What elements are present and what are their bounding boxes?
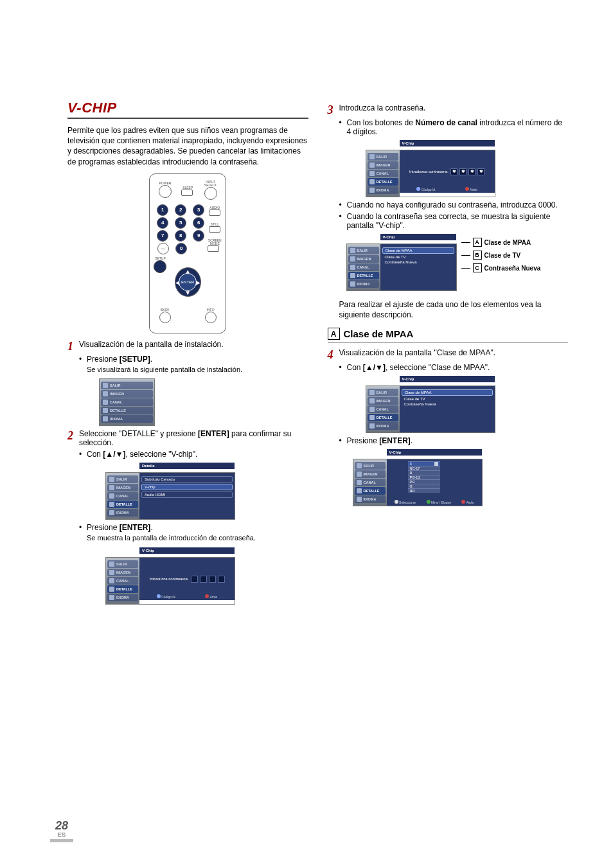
step-2-text: Seleccione "DETALLE" y presione [ENTER] … bbox=[79, 429, 308, 447]
label-audio: AUDIO bbox=[209, 206, 220, 209]
osd-detalle-menu: SALIR IMAGEN CANAL DETALLE IDIOMA Subtít… bbox=[106, 473, 235, 519]
digit-5: 5 bbox=[175, 217, 186, 229]
page: V-CHIP Permite que los padres eviten que… bbox=[0, 0, 613, 868]
digit-4: 4 bbox=[157, 217, 168, 229]
info-button bbox=[205, 312, 217, 323]
setup-button bbox=[154, 260, 166, 273]
step-3-tail: Para realizar el ajuste de cada uno de l… bbox=[339, 299, 569, 320]
input-button bbox=[204, 187, 217, 200]
section-title: V-CHIP bbox=[67, 100, 308, 116]
audio-button bbox=[209, 209, 220, 216]
osd-detalle-title: Detalle bbox=[139, 463, 235, 469]
step-3: 3 Introduzca la contraseña. bbox=[328, 103, 569, 116]
step-4: 4 Visualización de la pantalla "Clase de… bbox=[328, 348, 569, 360]
digit-1: 1 bbox=[157, 204, 168, 216]
step-3-bullet-3: Cuando la contraseña sea correcta, se mu… bbox=[339, 212, 569, 230]
step-number: 4 bbox=[328, 348, 339, 360]
step-1-sub: Se visualizará la siguiente pantalla de … bbox=[87, 365, 308, 374]
section-a-heading: A Clase de MPAA bbox=[328, 328, 569, 340]
pw-box bbox=[200, 576, 207, 583]
step-1-text: Visualización de la pantalla de instalac… bbox=[79, 340, 308, 349]
step-2-sub: Se muestra la pantalla de introducción d… bbox=[87, 533, 308, 542]
screen-mode-button bbox=[208, 245, 219, 252]
step-2: 2 Seleccione "DETALLE" y presione [ENTER… bbox=[67, 429, 308, 447]
remote-body: POWER SLEEP INPUT SELECT 123 456 789 —0 … bbox=[149, 173, 226, 333]
digit-8: 8 bbox=[175, 230, 186, 242]
digit-2: 2 bbox=[175, 204, 186, 216]
label-still: STILL bbox=[209, 223, 220, 226]
osd-opt-audiohdmi: Audio HDMI bbox=[141, 492, 233, 498]
pw-box: ✱ bbox=[450, 168, 458, 175]
pw-box bbox=[218, 576, 225, 583]
right-column: 3 Introduzca la contraseña. Con los boto… bbox=[328, 100, 569, 608]
osd-opt-mpaa: Clase de MPAA bbox=[382, 247, 454, 254]
dpad: ▲ ▼ ◀ ▶ ENTER bbox=[167, 260, 209, 305]
page-number-value: 28 bbox=[50, 819, 73, 833]
step-2-bullet-2: Presione [ENTER]. bbox=[79, 523, 308, 532]
osd-opt-newpw: Contraseña Nueva bbox=[382, 260, 454, 264]
enter-button: ENTER bbox=[179, 273, 197, 291]
step-3-bullet-2: Cuando no haya configurado su contraseña… bbox=[339, 200, 569, 209]
label-box-c: C bbox=[473, 263, 482, 272]
left-column: V-CHIP Permite que los padres eviten que… bbox=[67, 100, 308, 608]
osd-opt-subtitulo: Subtítulo Cerrado bbox=[141, 476, 233, 483]
step-3-bullet-1: Con los botones de Número de canal intro… bbox=[339, 118, 569, 136]
pw-box: ✱ bbox=[459, 168, 466, 175]
section-letter: A bbox=[328, 328, 340, 340]
pw-prompt: Introduzca contrasena. bbox=[409, 170, 449, 173]
page-lang: ES bbox=[50, 831, 73, 838]
section-rule bbox=[328, 342, 569, 343]
label-sleep: SLEEP bbox=[181, 186, 194, 190]
step-1: 1 Visualización de la pantalla de instal… bbox=[67, 340, 308, 352]
osd-vchip-title: V-Chip bbox=[139, 547, 235, 554]
step-4-bullet-2: Presione [ENTER]. bbox=[339, 436, 569, 445]
title-rule bbox=[67, 118, 308, 119]
osd-vchip-menu-annotated: V-Chip SALIR IMAGEN CANAL DETALLE IDIOMA… bbox=[347, 234, 569, 294]
power-button bbox=[159, 185, 172, 198]
step-4-text: Visualización de la pantalla "Clase de M… bbox=[339, 348, 569, 357]
pw-box bbox=[209, 576, 216, 583]
step-2-bullet-1: Con [▲/▼], seleccione "V-chip". bbox=[79, 450, 308, 459]
osd-password-filled: SALIR IMAGEN CANAL DETALLE IDIOMA Introd… bbox=[366, 150, 495, 197]
remote-illustration: POWER SLEEP INPUT SELECT 123 456 789 —0 … bbox=[67, 173, 308, 333]
label-setup: SETUP bbox=[154, 257, 166, 260]
step-number: 2 bbox=[67, 429, 79, 441]
dash-button: — bbox=[157, 243, 169, 254]
step-number: 3 bbox=[328, 103, 339, 116]
label-box-b: B bbox=[473, 251, 482, 260]
label-screen: SCREEN MODE bbox=[208, 239, 222, 245]
label-input: INPUT SELECT bbox=[204, 181, 217, 187]
pw-box bbox=[191, 576, 198, 583]
digit-6: 6 bbox=[193, 217, 204, 229]
osd-opt-vchip: V-chip bbox=[141, 484, 233, 490]
osd-password-empty: SALIR IMAGEN CANAL DETALLE IDIOMA Introd… bbox=[106, 558, 235, 604]
pw-box: ✱ bbox=[477, 168, 484, 175]
osd-vchip-title: V-Chip bbox=[400, 140, 495, 146]
osd-setup-menu: SALIR IMAGEN CANAL DETALLE IDIOMA bbox=[100, 379, 154, 425]
osd-mpaa-ratings: SALIR IMAGEN CANAL DETALLE IDIOMA X NC-1… bbox=[353, 459, 482, 506]
two-column-layout: V-CHIP Permite que los padres eviten que… bbox=[67, 100, 568, 608]
sleep-button bbox=[181, 190, 193, 196]
back-button bbox=[159, 312, 171, 323]
annotation-labels: A Clase de MPAA B Clase de TV C Contrase… bbox=[461, 234, 541, 276]
step-number: 1 bbox=[67, 340, 79, 352]
section-heading-text: Clase de MPAA bbox=[344, 328, 414, 339]
intro-paragraph: Permite que los padres eviten que sus ni… bbox=[67, 125, 308, 167]
digit-0: 0 bbox=[175, 243, 187, 254]
pw-prompt: Introduzca contrasena. bbox=[149, 577, 188, 581]
digit-9: 9 bbox=[193, 230, 204, 242]
still-button bbox=[209, 226, 220, 233]
page-number-bar bbox=[50, 839, 73, 842]
pw-box: ✱ bbox=[468, 168, 475, 175]
step-1-bullet-1: Presione [SETUP]. bbox=[79, 355, 308, 364]
page-number: 28 ES bbox=[50, 819, 73, 842]
digit-3: 3 bbox=[193, 204, 204, 216]
osd-vchip-menu-select: SALIR IMAGEN CANAL DETALLE IDIOMA Clase … bbox=[366, 386, 495, 432]
step-4-bullet-1: Con [▲/▼], seleccione "Clase de MPAA". bbox=[339, 363, 569, 372]
osd-opt-tv: Clase de TV bbox=[382, 255, 454, 259]
step-3-text: Introduzca la contraseña. bbox=[339, 103, 569, 112]
label-box-a: A bbox=[473, 238, 482, 247]
digit-7: 7 bbox=[157, 230, 168, 242]
